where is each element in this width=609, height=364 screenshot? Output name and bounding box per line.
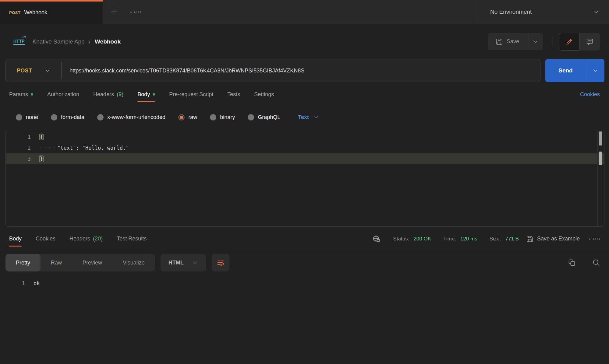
chevron-down-icon: [592, 67, 599, 74]
body-mode-form-data[interactable]: form-data: [51, 114, 84, 121]
plus-icon: [110, 8, 118, 16]
body-mode-graphql[interactable]: GraphQL: [248, 114, 280, 121]
scrollbar-thumb[interactable]: [599, 131, 602, 145]
body-mode-row: none form-data x-www-form-urlencoded raw…: [0, 107, 609, 128]
response-tab-body[interactable]: Body: [9, 227, 22, 251]
code-line: 1 {: [6, 131, 604, 142]
save-as-example-label: Save as Example: [537, 236, 580, 242]
line-number: 2: [6, 145, 31, 151]
response-format-select[interactable]: HTML: [161, 254, 206, 271]
request-tab[interactable]: POST Webhook: [0, 0, 103, 24]
radio-icon: [51, 114, 57, 121]
response-body-viewer[interactable]: 1 ok: [0, 274, 609, 364]
more-options-icon: [130, 11, 141, 13]
response-view-switcher: Pretty Raw Preview Visualize: [5, 254, 155, 271]
chevron-down-icon: [532, 38, 539, 45]
pencil-icon: [565, 38, 573, 46]
http-protocol-icon: HTTP: [13, 39, 25, 45]
view-visualize[interactable]: Visualize: [112, 254, 155, 271]
response-tabs: Body Cookies Headers (20) Test Results: [9, 227, 147, 251]
tab-body[interactable]: Body: [137, 82, 155, 107]
response-meta: Status: 200 OK Time: 120 ms Size: 771 B …: [372, 235, 600, 243]
send-options-button[interactable]: [586, 59, 604, 82]
floppy-save-icon: [526, 235, 533, 243]
network-globe-lock-icon[interactable]: [372, 235, 381, 243]
header-divider: [551, 35, 551, 48]
save-button[interactable]: Save: [488, 33, 527, 50]
tab-params[interactable]: Params: [9, 82, 33, 107]
tab-settings[interactable]: Settings: [254, 82, 274, 107]
app-window: POST Webhook No Environment HTTP Knative…: [0, 0, 609, 364]
radio-icon: [16, 114, 22, 121]
code-line: 2 ····"text": "Hello, world.": [6, 142, 604, 153]
breadcrumb-request-name[interactable]: Webhook: [95, 38, 121, 45]
request-body-editor[interactable]: 1 { 2 ····"text": "Hello, world." 3 }: [5, 130, 604, 227]
body-dot-indicator: [153, 93, 155, 96]
header-actions: Save: [488, 33, 600, 51]
cursor-position-marker: [599, 152, 602, 165]
size-value[interactable]: 771 B: [505, 236, 519, 242]
chevron-down-icon: [313, 114, 319, 120]
chevron-down-icon: [192, 259, 198, 266]
response-line-text: ok: [25, 280, 40, 286]
body-mode-binary[interactable]: binary: [210, 114, 235, 121]
cookies-link[interactable]: Cookies: [580, 91, 600, 98]
edit-description-button[interactable]: [559, 33, 579, 51]
copy-response-button[interactable]: [568, 258, 576, 267]
save-as-example-button[interactable]: Save as Example: [526, 235, 580, 243]
comments-button[interactable]: [579, 33, 600, 51]
radio-icon: [97, 114, 104, 121]
editor-lines: 1 { 2 ····"text": "Hello, world." 3 }: [6, 130, 604, 164]
chevron-down-icon: [44, 67, 51, 74]
params-dot-indicator: [31, 93, 33, 96]
view-pretty[interactable]: Pretty: [5, 254, 41, 271]
wrap-text-icon: [216, 258, 225, 267]
body-mode-raw[interactable]: raw: [178, 114, 197, 121]
editor-scrollbar: [597, 130, 604, 226]
breadcrumb-separator: /: [89, 38, 90, 45]
url-row: POST https://hooks.slack.com/services/T0…: [0, 59, 609, 82]
tab-pre-request-script[interactable]: Pre-request Script: [169, 82, 213, 107]
floppy-save-icon: [496, 38, 503, 45]
method-select[interactable]: POST: [6, 67, 61, 74]
line-number: 3: [6, 156, 31, 162]
copy-icon: [568, 258, 576, 267]
environment-selector[interactable]: No Environment: [475, 0, 609, 24]
bracket-match: {: [39, 134, 44, 140]
tab-options-button[interactable]: [125, 0, 146, 24]
response-header: Body Cookies Headers (20) Test Results: [0, 227, 609, 251]
save-options-button[interactable]: [527, 33, 543, 50]
line-number: 1: [6, 134, 31, 140]
comment-icon: [586, 38, 594, 46]
response-tab-headers[interactable]: Headers (20): [69, 227, 103, 251]
response-tab-test-results[interactable]: Test Results: [117, 227, 147, 251]
method-value: POST: [17, 68, 32, 74]
breadcrumb-workspace[interactable]: Knative Sample App: [33, 38, 85, 45]
tab-authorization[interactable]: Authorization: [47, 82, 79, 107]
response-options-button[interactable]: [589, 238, 600, 240]
tab-strip-spacer: [146, 0, 475, 24]
radio-selected-icon: [178, 114, 185, 121]
url-input[interactable]: https://hooks.slack.com/services/T06TD83…: [62, 68, 304, 74]
add-tab-button[interactable]: [103, 0, 125, 24]
search-response-button[interactable]: [592, 258, 600, 267]
tab-strip: POST Webhook No Environment: [0, 0, 609, 24]
view-preview[interactable]: Preview: [72, 254, 112, 271]
body-mode-none[interactable]: none: [16, 114, 38, 121]
raw-language-select[interactable]: Text: [298, 114, 319, 121]
time-value[interactable]: 120 ms: [460, 236, 477, 242]
tab-tests[interactable]: Tests: [227, 82, 240, 107]
code-line-active: 3 }: [6, 153, 604, 164]
response-headers-count: (20): [93, 236, 103, 242]
send-button[interactable]: Send: [545, 59, 586, 82]
time-label: Time:: [443, 236, 456, 242]
tab-title: Webhook: [24, 9, 47, 16]
search-icon: [592, 258, 600, 267]
status-value[interactable]: 200 OK: [413, 236, 431, 242]
view-raw[interactable]: Raw: [41, 254, 72, 271]
tab-headers[interactable]: Headers (9): [93, 82, 123, 107]
radio-icon: [248, 114, 254, 121]
response-tab-cookies[interactable]: Cookies: [36, 227, 55, 251]
wrap-text-button[interactable]: [212, 254, 229, 271]
body-mode-urlencoded[interactable]: x-www-form-urlencoded: [97, 114, 165, 121]
